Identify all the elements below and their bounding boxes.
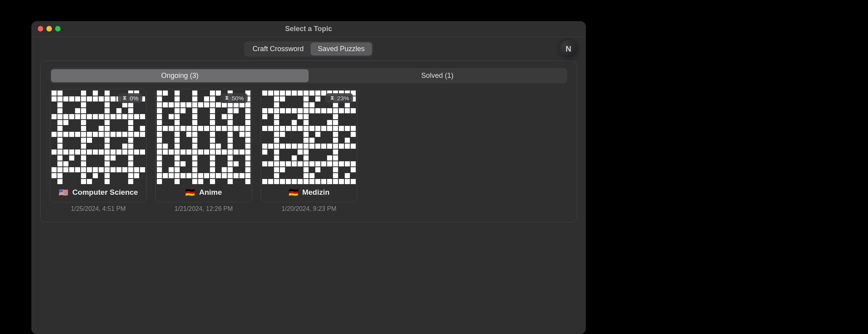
puzzle-card-wrap: 23% 🇩🇪 Medizin 1/20/2024, 9:23 PM	[261, 89, 357, 212]
puzzle-card[interactable]: 23% 🇩🇪 Medizin	[261, 89, 357, 202]
flag-icon: 🇩🇪	[289, 188, 298, 197]
puzzle-card[interactable]: 0% 🇺🇸 Computer Science	[50, 89, 147, 202]
puzzle-timestamp: 1/25/2024, 4:51 PM	[50, 205, 147, 212]
puzzle-title-row: 🇩🇪 Medizin	[261, 184, 357, 202]
progress-value: 23%	[337, 95, 349, 101]
zoom-icon[interactable]	[55, 26, 61, 31]
flag-icon: 🇺🇸	[59, 188, 68, 197]
header-row: Craft Crossword Saved Puzzles N	[31, 37, 586, 61]
progress-value: 0%	[130, 95, 138, 101]
puzzle-title: Computer Science	[72, 188, 138, 197]
minimize-icon[interactable]	[46, 26, 52, 31]
main-segmented-control: Craft Crossword Saved Puzzles	[244, 41, 373, 57]
window-controls	[38, 26, 61, 31]
crossword-grid-preview	[50, 89, 146, 185]
progress-badge: 23%	[326, 93, 353, 103]
puzzle-card-wrap: 0% 🇺🇸 Computer Science 1/25/2024, 4:51 P…	[50, 89, 147, 212]
tab-ongoing[interactable]: Ongoing (3)	[51, 69, 309, 82]
puzzle-thumbnail: 0%	[50, 89, 146, 184]
window-title: Select a Topic	[285, 25, 332, 33]
puzzle-title: Medizin	[302, 188, 330, 197]
puzzle-title-row: 🇩🇪 Anime	[156, 184, 252, 202]
crossword-grid-preview	[261, 89, 357, 185]
puzzle-card-list: 0% 🇺🇸 Computer Science 1/25/2024, 4:51 P…	[50, 89, 567, 212]
puzzle-card-wrap: 50% 🇩🇪 Anime 1/21/2024, 12:26 PM	[155, 89, 252, 212]
titlebar: Select a Topic	[31, 21, 586, 37]
puzzle-thumbnail: 50%	[156, 89, 252, 184]
app-window: Select a Topic Craft Crossword Saved Puz…	[31, 21, 586, 334]
tab-craft-crossword[interactable]: Craft Crossword	[245, 42, 311, 55]
crossword-grid-preview	[156, 89, 252, 185]
puzzle-thumbnail: 23%	[261, 89, 357, 184]
content-panel: Ongoing (3) Solved (1) 0% 🇺🇸 Com	[40, 61, 577, 222]
puzzle-card[interactable]: 50% 🇩🇪 Anime	[155, 89, 252, 202]
hourglass-icon	[224, 96, 230, 101]
status-tabbar: Ongoing (3) Solved (1)	[50, 68, 567, 83]
hourglass-icon	[122, 96, 127, 101]
close-icon[interactable]	[38, 26, 43, 31]
puzzle-title-row: 🇺🇸 Computer Science	[50, 184, 146, 202]
puzzle-timestamp: 1/20/2024, 9:23 PM	[261, 205, 357, 212]
tab-solved[interactable]: Solved (1)	[309, 69, 566, 82]
progress-badge: 0%	[118, 93, 142, 103]
progress-value: 50%	[232, 95, 244, 101]
puzzle-title: Anime	[199, 188, 222, 197]
avatar-initial: N	[566, 44, 571, 54]
flag-icon: 🇩🇪	[185, 188, 195, 197]
puzzle-timestamp: 1/21/2024, 12:26 PM	[155, 205, 252, 212]
progress-badge: 50%	[220, 93, 248, 103]
hourglass-icon	[329, 96, 335, 101]
avatar[interactable]: N	[560, 40, 577, 57]
tab-saved-puzzles[interactable]: Saved Puzzles	[311, 42, 371, 55]
